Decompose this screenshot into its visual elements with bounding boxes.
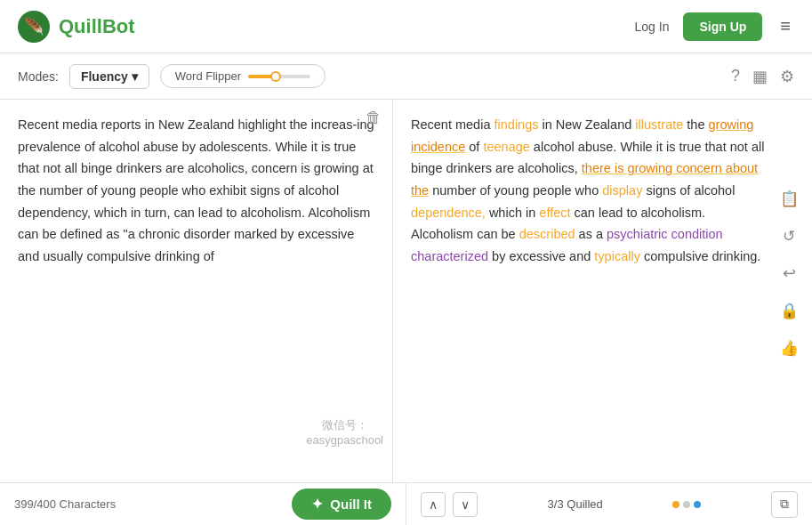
stats-icon[interactable]: ▦: [752, 67, 768, 86]
copy-output-button[interactable]: ⧉: [771, 491, 798, 518]
bottom-right: ∧ ∨ 3/3 Quilled ⧉: [406, 483, 812, 525]
input-text[interactable]: Recent media reports in New Zealand high…: [18, 114, 374, 267]
right-panel: Recent media findings in New Zealand ill…: [393, 100, 812, 482]
thumbs-up-icon[interactable]: 👍: [775, 334, 803, 362]
output-text: Recent media findings in New Zealand ill…: [411, 114, 768, 267]
highlight-illustrate: illustrate: [635, 117, 683, 132]
menu-icon[interactable]: ≡: [776, 12, 794, 40]
fluency-mode-button[interactable]: Fluency ▾: [69, 64, 149, 89]
delete-icon[interactable]: 🗑: [366, 109, 382, 127]
settings-icon[interactable]: ⚙: [780, 67, 794, 86]
watermark: 微信号： easygpaschool: [306, 417, 383, 447]
highlight-growing-incidence: growing incidence: [411, 117, 753, 154]
bottom-bar: 399/400 Characters ✦ Quill It ∧ ∨ 3/3 Qu…: [0, 482, 812, 525]
dot-2: [683, 501, 690, 508]
nav-up-button[interactable]: ∧: [421, 492, 446, 517]
slider-thumb: [270, 71, 281, 82]
header: 🪶 QuillBot Log In Sign Up ≡: [0, 0, 812, 53]
toolbar: Modes: Fluency ▾ Word Flipper ? ▦ ⚙: [0, 53, 812, 100]
fluency-label: Fluency: [81, 69, 128, 84]
toolbar-right: ? ▦ ⚙: [731, 67, 794, 86]
regenerate-icon[interactable]: ↺: [775, 222, 803, 250]
dot-3: [694, 501, 701, 508]
logo-text: QuillBot: [59, 15, 135, 38]
word-flipper-label: Word Flipper: [175, 69, 241, 83]
highlight-dependence: dependence,: [411, 206, 486, 220]
undo-icon[interactable]: ↩: [775, 259, 803, 287]
highlight-teenage: teenage: [483, 140, 529, 154]
watermark-line2: easygpaschool: [306, 433, 383, 447]
word-flipper-control[interactable]: Word Flipper: [160, 64, 326, 88]
toolbar-left: Modes: Fluency ▾ Word Flipper: [18, 64, 326, 89]
highlight-there-is: there is growing concern about the: [411, 161, 758, 198]
left-panel[interactable]: 🗑 Recent media reports in New Zealand hi…: [0, 100, 393, 482]
lock-icon[interactable]: 🔒: [775, 296, 803, 325]
login-button[interactable]: Log In: [635, 20, 670, 34]
nav-arrows: ∧ ∨: [421, 492, 478, 517]
highlight-typically: typically: [594, 249, 640, 263]
logo-icon: 🪶: [18, 11, 50, 43]
word-flipper-slider[interactable]: [248, 75, 310, 78]
quill-btn-label: Quill It: [330, 497, 372, 512]
quilled-count: 3/3 Quilled: [548, 497, 603, 511]
watermark-line1: 微信号：: [306, 417, 383, 433]
help-icon[interactable]: ?: [731, 67, 740, 85]
main-area: 🗑 Recent media reports in New Zealand hi…: [0, 100, 812, 482]
highlight-described: described: [519, 227, 575, 241]
dots-indicator: [672, 501, 701, 508]
modes-label: Modes:: [18, 69, 59, 84]
logo-area: 🪶 QuillBot: [18, 11, 135, 43]
fluency-chevron-icon: ▾: [132, 69, 138, 84]
char-count: 399/400 Characters: [14, 497, 116, 511]
right-action-icons: 📋 ↺ ↩ 🔒 👍: [775, 184, 803, 362]
header-right: Log In Sign Up ≡: [635, 12, 795, 41]
quill-it-button[interactable]: ✦ Quill It: [292, 489, 391, 520]
highlight-findings: findings: [494, 117, 539, 132]
bottom-left: 399/400 Characters ✦ Quill It: [0, 483, 406, 525]
copy-text-icon[interactable]: 📋: [775, 184, 803, 213]
dot-1: [672, 501, 679, 508]
signup-button[interactable]: Sign Up: [683, 12, 762, 41]
nav-down-button[interactable]: ∨: [453, 492, 478, 517]
highlight-display: display: [602, 183, 642, 198]
quill-btn-icon: ✦: [311, 496, 323, 513]
highlight-effect: effect: [539, 206, 570, 220]
